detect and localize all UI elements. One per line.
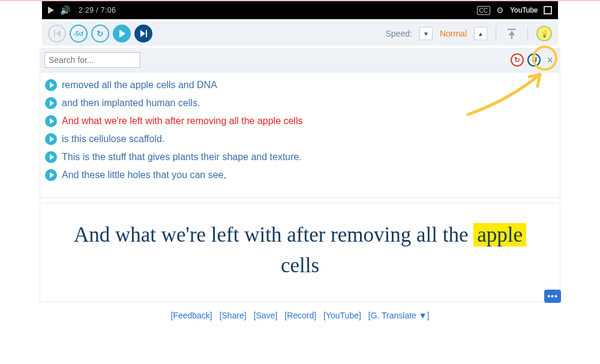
translate-link[interactable]: [G. Translate ▼] [368, 311, 430, 320]
search-input[interactable] [44, 52, 140, 68]
video-player-bar: 🔊 2:29 / 7:06 CC ⚙ YouTube [42, 1, 558, 19]
caption-suffix: cells [281, 254, 319, 277]
record-link[interactable]: [Record] [284, 311, 316, 320]
line-play-icon[interactable] [45, 79, 57, 91]
speed-down-button[interactable]: ▼ [419, 27, 433, 40]
transcript-line[interactable]: removed all the apple cells and DNA [45, 76, 554, 94]
caption-prefix: And what we're left with after removing … [74, 223, 473, 246]
caption-highlight: apple [473, 223, 526, 246]
prev-button[interactable] [48, 25, 66, 43]
replay-button[interactable]: ↻ [91, 25, 109, 43]
transcript-line[interactable]: And what we're left with after removing … [45, 112, 554, 130]
chat-icon[interactable]: ••• [544, 290, 561, 303]
play-button[interactable] [113, 25, 131, 43]
line-text: removed all the apple cells and DNA [62, 80, 217, 91]
transcript-panel: removed all the apple cells and DNAand t… [40, 72, 560, 198]
youtube-logo[interactable]: YouTube [510, 6, 538, 14]
close-icon[interactable]: × [547, 54, 553, 67]
search-bar: ↻ U × [40, 48, 560, 72]
speed-up-button[interactable]: ▲ [474, 27, 487, 40]
save-link[interactable]: [Save] [254, 311, 278, 320]
feedback-link[interactable]: [Feedback] [170, 311, 212, 320]
line-play-icon[interactable] [45, 133, 57, 145]
line-text: And these little holes that you can see, [62, 170, 226, 181]
fullscreen-icon[interactable] [544, 6, 552, 14]
speed-value: Normal [440, 29, 467, 38]
reset-badge[interactable]: ↻ [511, 53, 524, 67]
rewind-5-button[interactable]: -5↺ [70, 25, 88, 43]
line-text: This is the stuff that gives plants thei… [62, 152, 302, 163]
scroll-top-button[interactable] [505, 26, 519, 41]
line-play-icon[interactable] [45, 115, 57, 127]
video-time: 2:29 / 7:06 [79, 6, 116, 14]
footer-links: [Feedback] [Share] [Save] [Record] [YouT… [0, 311, 600, 320]
line-play-icon[interactable] [45, 169, 57, 181]
cc-icon[interactable]: CC [477, 6, 490, 15]
line-play-icon[interactable] [45, 151, 57, 163]
transcript-line[interactable]: and then implanted human cells. [45, 94, 554, 112]
line-text: And what we're left with after removing … [62, 116, 302, 127]
transcript-list[interactable]: removed all the apple cells and DNAand t… [40, 73, 560, 197]
speed-label: Speed: [386, 29, 412, 38]
u-badge[interactable]: U [527, 53, 541, 67]
volume-icon[interactable]: 🔊 [60, 5, 70, 15]
line-play-icon[interactable] [45, 97, 57, 109]
youtube-link[interactable]: [YouTube] [323, 311, 361, 320]
transcript-line[interactable]: is this cellulose scaffold. [45, 130, 554, 148]
line-text: is this cellulose scaffold. [62, 134, 164, 145]
play-icon[interactable] [48, 7, 54, 14]
next-button[interactable] [134, 25, 152, 43]
hint-bulb-button[interactable]: 💡 [536, 26, 552, 41]
share-link[interactable]: [Share] [220, 311, 247, 320]
transcript-line[interactable]: This is the stuff that gives plants thei… [45, 148, 554, 166]
gear-icon[interactable]: ⚙ [496, 5, 504, 15]
playback-controls: -5↺ ↻ Speed: ▼ Normal ▲ 💡 [42, 22, 558, 46]
caption-box: And what we're left with after removing … [40, 203, 560, 302]
transcript-line[interactable]: And these little holes that you can see, [45, 166, 554, 184]
line-text: and then implanted human cells. [62, 98, 200, 109]
